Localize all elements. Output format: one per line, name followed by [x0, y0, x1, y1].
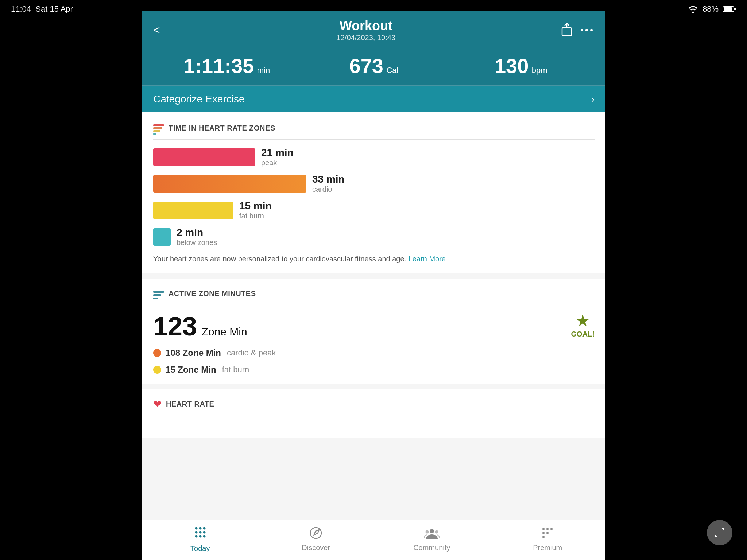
header: < Workout 12/04/2023, 10:43 •••: [142, 11, 605, 49]
stat-bpm: 130 bpm: [448, 56, 595, 76]
tab-discover[interactable]: Discover: [290, 526, 341, 552]
svg-point-18: [546, 528, 549, 530]
azm-main-row: 123 Zone Min ★ GOAL!: [153, 311, 595, 341]
zone-info-below: 2 min below zones: [177, 227, 217, 247]
battery-level: 88%: [703, 4, 719, 14]
azm-goal: ★ GOAL!: [571, 311, 595, 338]
azm-goal-label: GOAL!: [571, 330, 595, 338]
azm-title: ACTIVE ZONE MINUTES: [169, 289, 256, 298]
svg-point-4: [195, 527, 197, 530]
today-icon: [193, 525, 207, 542]
svg-rect-1: [724, 7, 732, 11]
content-area: TIME IN HEART RATE ZONES 21 min peak 33 …: [142, 112, 605, 520]
svg-point-14: [430, 529, 434, 533]
zone-bar-fatburn-container: [153, 202, 233, 219]
hr-content-placeholder: [153, 415, 595, 429]
svg-point-10: [195, 535, 197, 538]
more-button[interactable]: •••: [580, 24, 595, 36]
stats-bar: 1:11:35 min 673 Cal 130 bpm: [142, 49, 605, 86]
status-right: 88%: [688, 4, 736, 14]
workout-date: 12/04/2023, 10:43: [171, 34, 561, 42]
azm-dot-cardio: [153, 349, 161, 357]
discover-label: Discover: [302, 544, 330, 552]
azm-row-fatburn: 15 Zone Min fat burn: [153, 365, 595, 375]
zone-label-fatburn: fat burn: [239, 212, 272, 220]
azm-unit: Zone Min: [202, 326, 247, 338]
svg-point-20: [542, 532, 545, 534]
svg-point-11: [199, 535, 201, 538]
learn-more-link[interactable]: Learn More: [409, 255, 446, 263]
zone-minutes-peak: 21 min: [261, 147, 294, 158]
svg-point-5: [199, 527, 201, 530]
community-icon: [424, 526, 440, 541]
azm-icon: [153, 288, 164, 299]
svg-point-19: [550, 528, 553, 530]
hr-section-header: ❤ HEART RATE: [153, 398, 595, 415]
svg-point-22: [542, 536, 545, 538]
categorize-exercise-bar[interactable]: Categorize Exercise ›: [142, 86, 605, 112]
zone-bar-below-container: [153, 228, 171, 246]
community-label: Community: [413, 544, 450, 552]
heart-rate-section: ❤ HEART RATE: [142, 389, 605, 438]
categorize-label: Categorize Exercise: [153, 93, 245, 105]
zone-row-cardio: 33 min cardio: [153, 174, 595, 194]
svg-point-8: [199, 531, 201, 534]
heart-icon: ❤: [153, 398, 162, 410]
azm-total: 123 Zone Min: [153, 311, 247, 341]
back-button[interactable]: <: [153, 23, 171, 37]
heart-rate-zones-section: TIME IN HEART RATE ZONES 21 min peak 33 …: [142, 112, 605, 273]
stat-calories: 673 Cal: [300, 56, 447, 76]
azm-header: ACTIVE ZONE MINUTES: [153, 288, 595, 304]
discover-icon: [309, 526, 323, 541]
zone-minutes-cardio: 33 min: [312, 174, 345, 185]
hr-zones-title: TIME IN HEART RATE ZONES: [169, 124, 275, 132]
azm-value-cardio: 108 Zone Min: [166, 348, 221, 358]
zone-label-cardio: cardio: [312, 185, 345, 194]
categorize-chevron: ›: [591, 93, 595, 105]
zone-bar-peak-container: [153, 148, 255, 166]
zone-row-below: 2 min below zones: [153, 227, 595, 247]
tab-today[interactable]: Today: [175, 525, 226, 553]
svg-rect-3: [562, 28, 572, 36]
tab-premium[interactable]: Premium: [522, 526, 573, 552]
azm-label-fatburn: fat burn: [222, 365, 249, 374]
header-actions: •••: [561, 23, 595, 38]
svg-point-17: [542, 528, 545, 530]
zone-bar-below: [153, 228, 171, 246]
resize-icon[interactable]: [707, 520, 732, 545]
battery-icon: [723, 6, 736, 12]
share-button[interactable]: [561, 23, 573, 38]
zone-label-below: below zones: [177, 238, 217, 247]
zone-bar-fatburn: [153, 202, 233, 219]
svg-point-7: [195, 531, 197, 534]
azm-label-cardio: cardio & peak: [227, 348, 276, 358]
zone-minutes-fatburn: 15 min: [239, 200, 272, 211]
zone-info-peak: 21 min peak: [261, 147, 294, 167]
svg-point-16: [435, 530, 438, 534]
tab-community[interactable]: Community: [406, 526, 457, 552]
svg-rect-2: [734, 8, 736, 10]
zone-bar-cardio-container: [153, 175, 306, 192]
workout-title: Workout: [171, 18, 561, 34]
hr-zones-icon: [153, 121, 164, 135]
app-container: < Workout 12/04/2023, 10:43 ••• 1:11:35 …: [142, 11, 605, 560]
zone-bar-peak: [153, 148, 255, 166]
zone-label-peak: peak: [261, 159, 294, 167]
zone-note: Your heart zones are now personalized to…: [153, 253, 595, 264]
active-zone-minutes-section: ACTIVE ZONE MINUTES 123 Zone Min ★ GOAL!…: [142, 279, 605, 384]
wifi-icon: [688, 5, 698, 13]
svg-point-12: [203, 535, 205, 538]
zone-bar-cardio: [153, 175, 306, 192]
zone-info-fatburn: 15 min fat burn: [239, 200, 272, 220]
azm-dot-fatburn: [153, 366, 161, 374]
premium-icon: [541, 526, 554, 541]
stat-duration: 1:11:35 min: [153, 56, 300, 76]
zone-row-fatburn: 15 min fat burn: [153, 200, 595, 220]
zone-minutes-below: 2 min: [177, 227, 203, 238]
zone-row-peak: 21 min peak: [153, 147, 595, 167]
svg-point-6: [203, 527, 205, 530]
svg-point-21: [546, 532, 549, 534]
today-label: Today: [190, 544, 210, 553]
header-title: Workout 12/04/2023, 10:43: [171, 18, 561, 42]
hr-zones-header: TIME IN HEART RATE ZONES: [153, 121, 595, 140]
